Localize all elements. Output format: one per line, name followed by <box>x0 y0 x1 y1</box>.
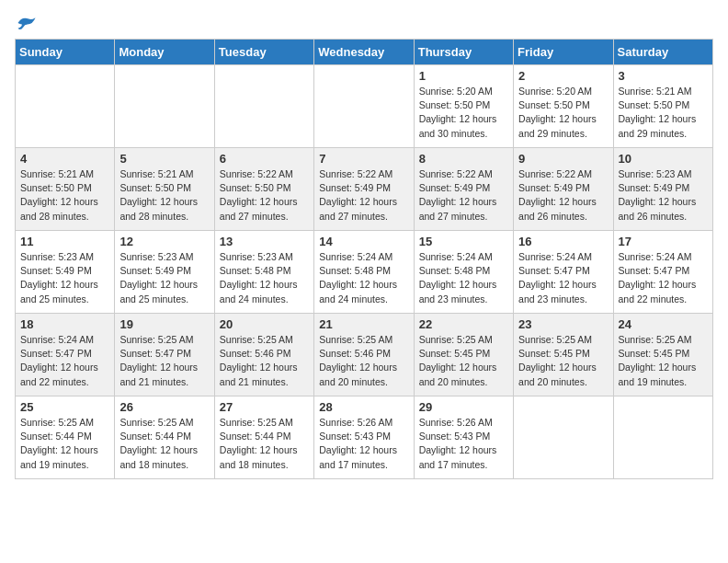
day-info: Sunrise: 5:22 AMSunset: 5:50 PMDaylight:… <box>220 167 309 224</box>
day-info: Sunrise: 5:22 AMSunset: 5:49 PMDaylight:… <box>319 167 408 224</box>
calendar-cell: 11Sunrise: 5:23 AMSunset: 5:49 PMDayligh… <box>16 231 115 314</box>
day-info: Sunrise: 5:20 AMSunset: 5:50 PMDaylight:… <box>419 85 508 141</box>
calendar-cell: 3Sunrise: 5:21 AMSunset: 5:50 PMDaylight… <box>613 65 712 148</box>
calendar-cell: 4Sunrise: 5:21 AMSunset: 5:50 PMDaylight… <box>16 148 115 231</box>
calendar-cell <box>115 65 214 148</box>
day-info: Sunrise: 5:24 AMSunset: 5:47 PMDaylight:… <box>20 333 109 389</box>
logo-bird-icon <box>17 15 37 31</box>
calendar-week-row: 18Sunrise: 5:24 AMSunset: 5:47 PMDayligh… <box>16 314 713 396</box>
day-number: 2 <box>518 69 608 83</box>
day-number: 13 <box>220 235 309 248</box>
day-info: Sunrise: 5:24 AMSunset: 5:47 PMDaylight:… <box>518 250 608 306</box>
day-info: Sunrise: 5:22 AMSunset: 5:49 PMDaylight:… <box>518 167 608 224</box>
calendar-header-sunday: Sunday <box>16 40 115 65</box>
calendar-cell: 19Sunrise: 5:25 AMSunset: 5:47 PMDayligh… <box>115 314 214 396</box>
calendar-cell <box>514 396 613 479</box>
day-info: Sunrise: 5:23 AMSunset: 5:49 PMDaylight:… <box>619 167 708 224</box>
day-info: Sunrise: 5:25 AMSunset: 5:44 PMDaylight:… <box>119 416 209 472</box>
day-info: Sunrise: 5:23 AMSunset: 5:49 PMDaylight:… <box>119 250 209 306</box>
calendar-cell: 15Sunrise: 5:24 AMSunset: 5:48 PMDayligh… <box>414 231 513 314</box>
day-number: 14 <box>319 235 408 248</box>
day-info: Sunrise: 5:25 AMSunset: 5:46 PMDaylight:… <box>220 333 309 389</box>
calendar-header-row: SundayMondayTuesdayWednesdayThursdayFrid… <box>16 40 713 65</box>
calendar-cell: 14Sunrise: 5:24 AMSunset: 5:48 PMDayligh… <box>314 231 414 314</box>
day-info: Sunrise: 5:23 AMSunset: 5:49 PMDaylight:… <box>20 250 109 306</box>
day-number: 7 <box>319 152 408 166</box>
day-number: 26 <box>119 400 209 414</box>
calendar-header-friday: Friday <box>514 40 613 65</box>
calendar-cell: 29Sunrise: 5:26 AMSunset: 5:43 PMDayligh… <box>414 396 513 479</box>
calendar-header-saturday: Saturday <box>613 40 712 65</box>
day-info: Sunrise: 5:25 AMSunset: 5:44 PMDaylight:… <box>20 416 109 472</box>
calendar-cell: 21Sunrise: 5:25 AMSunset: 5:46 PMDayligh… <box>314 314 414 396</box>
day-info: Sunrise: 5:22 AMSunset: 5:49 PMDaylight:… <box>419 167 508 224</box>
calendar-week-row: 1Sunrise: 5:20 AMSunset: 5:50 PMDaylight… <box>16 65 713 148</box>
day-info: Sunrise: 5:23 AMSunset: 5:48 PMDaylight:… <box>220 250 309 306</box>
calendar-cell: 16Sunrise: 5:24 AMSunset: 5:47 PMDayligh… <box>514 231 613 314</box>
calendar-cell: 7Sunrise: 5:22 AMSunset: 5:49 PMDaylight… <box>314 148 414 231</box>
calendar-header-monday: Monday <box>115 40 214 65</box>
day-info: Sunrise: 5:21 AMSunset: 5:50 PMDaylight:… <box>619 85 708 141</box>
day-number: 12 <box>119 235 209 248</box>
day-info: Sunrise: 5:24 AMSunset: 5:48 PMDaylight:… <box>319 250 408 306</box>
day-info: Sunrise: 5:25 AMSunset: 5:47 PMDaylight:… <box>119 333 209 389</box>
day-info: Sunrise: 5:25 AMSunset: 5:45 PMDaylight:… <box>518 333 608 389</box>
calendar-cell: 6Sunrise: 5:22 AMSunset: 5:50 PMDaylight… <box>214 148 313 231</box>
calendar-cell: 8Sunrise: 5:22 AMSunset: 5:49 PMDaylight… <box>414 148 513 231</box>
day-number: 22 <box>419 317 508 331</box>
calendar-cell: 28Sunrise: 5:26 AMSunset: 5:43 PMDayligh… <box>314 396 414 479</box>
day-info: Sunrise: 5:26 AMSunset: 5:43 PMDaylight:… <box>319 416 408 472</box>
calendar-cell: 1Sunrise: 5:20 AMSunset: 5:50 PMDaylight… <box>414 65 513 148</box>
day-number: 24 <box>619 317 708 331</box>
calendar-cell: 10Sunrise: 5:23 AMSunset: 5:49 PMDayligh… <box>613 148 712 231</box>
day-number: 5 <box>119 152 209 166</box>
day-number: 16 <box>518 235 608 248</box>
calendar-cell: 18Sunrise: 5:24 AMSunset: 5:47 PMDayligh… <box>16 314 115 396</box>
calendar-cell: 25Sunrise: 5:25 AMSunset: 5:44 PMDayligh… <box>16 396 115 479</box>
day-number: 20 <box>220 317 309 331</box>
day-number: 8 <box>419 152 508 166</box>
day-info: Sunrise: 5:25 AMSunset: 5:45 PMDaylight:… <box>619 333 708 389</box>
calendar-cell: 5Sunrise: 5:21 AMSunset: 5:50 PMDaylight… <box>115 148 214 231</box>
calendar-header-wednesday: Wednesday <box>314 40 414 65</box>
day-number: 27 <box>220 400 309 414</box>
day-info: Sunrise: 5:25 AMSunset: 5:46 PMDaylight:… <box>319 333 408 389</box>
calendar-table: SundayMondayTuesdayWednesdayThursdayFrid… <box>15 39 713 479</box>
calendar-cell: 26Sunrise: 5:25 AMSunset: 5:44 PMDayligh… <box>115 396 214 479</box>
calendar-cell <box>613 396 712 479</box>
calendar-cell: 2Sunrise: 5:20 AMSunset: 5:50 PMDaylight… <box>514 65 613 148</box>
day-number: 21 <box>319 317 408 331</box>
calendar-cell: 17Sunrise: 5:24 AMSunset: 5:47 PMDayligh… <box>613 231 712 314</box>
day-number: 10 <box>619 152 708 166</box>
calendar-cell: 20Sunrise: 5:25 AMSunset: 5:46 PMDayligh… <box>214 314 313 396</box>
day-info: Sunrise: 5:21 AMSunset: 5:50 PMDaylight:… <box>119 167 209 224</box>
calendar-header-tuesday: Tuesday <box>214 40 313 65</box>
calendar-cell: 27Sunrise: 5:25 AMSunset: 5:44 PMDayligh… <box>214 396 313 479</box>
day-info: Sunrise: 5:25 AMSunset: 5:44 PMDaylight:… <box>220 416 309 472</box>
calendar-week-row: 25Sunrise: 5:25 AMSunset: 5:44 PMDayligh… <box>16 396 713 479</box>
day-info: Sunrise: 5:24 AMSunset: 5:47 PMDaylight:… <box>619 250 708 306</box>
day-number: 18 <box>20 317 109 331</box>
day-number: 9 <box>518 152 608 166</box>
calendar-cell <box>16 65 115 148</box>
day-info: Sunrise: 5:21 AMSunset: 5:50 PMDaylight:… <box>20 167 109 224</box>
calendar-cell: 23Sunrise: 5:25 AMSunset: 5:45 PMDayligh… <box>514 314 613 396</box>
page-header <box>15 15 713 31</box>
calendar-cell <box>314 65 414 148</box>
calendar-header-thursday: Thursday <box>414 40 513 65</box>
day-number: 25 <box>20 400 109 414</box>
calendar-week-row: 4Sunrise: 5:21 AMSunset: 5:50 PMDaylight… <box>16 148 713 231</box>
day-info: Sunrise: 5:20 AMSunset: 5:50 PMDaylight:… <box>518 85 608 141</box>
day-number: 28 <box>319 400 408 414</box>
day-number: 6 <box>220 152 309 166</box>
day-number: 15 <box>419 235 508 248</box>
day-info: Sunrise: 5:24 AMSunset: 5:48 PMDaylight:… <box>419 250 508 306</box>
calendar-cell: 13Sunrise: 5:23 AMSunset: 5:48 PMDayligh… <box>214 231 313 314</box>
calendar-cell <box>214 65 313 148</box>
day-number: 3 <box>619 69 708 83</box>
day-info: Sunrise: 5:26 AMSunset: 5:43 PMDaylight:… <box>419 416 508 472</box>
calendar-week-row: 11Sunrise: 5:23 AMSunset: 5:49 PMDayligh… <box>16 231 713 314</box>
day-number: 23 <box>518 317 608 331</box>
calendar-cell: 9Sunrise: 5:22 AMSunset: 5:49 PMDaylight… <box>514 148 613 231</box>
day-number: 29 <box>419 400 508 414</box>
